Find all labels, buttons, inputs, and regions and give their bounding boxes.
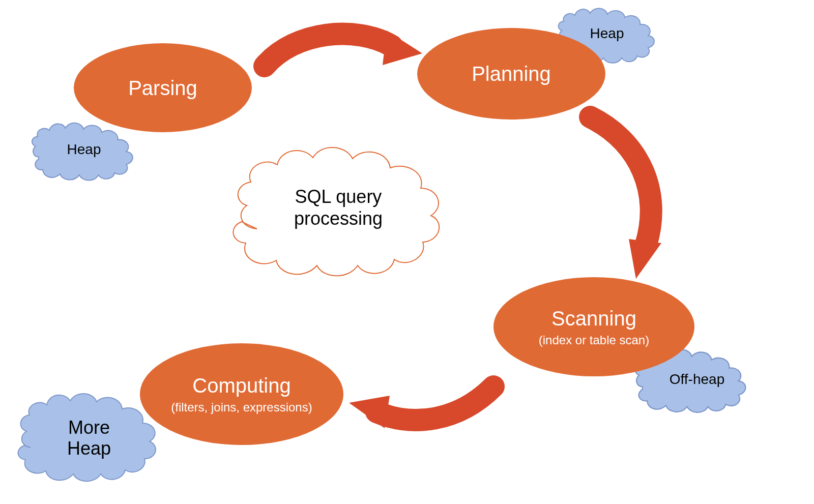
arrow-scanning-to-computing — [349, 387, 493, 428]
stage-scanning-sub: (index or table scan) — [539, 333, 649, 347]
cloud-computing-heap — [18, 394, 156, 481]
stage-scanning-title: Scanning — [551, 307, 636, 330]
svg-marker-1 — [629, 239, 661, 279]
label-computing-heap: More Heap — [46, 417, 132, 459]
stage-computing-title: Computing — [192, 374, 290, 397]
label-planning-heap: Heap — [579, 25, 635, 42]
svg-marker-0 — [383, 31, 422, 65]
cloud-parsing-heap — [32, 123, 133, 181]
arrow-planning-to-scanning — [590, 117, 661, 279]
label-center: SQL query processing — [285, 186, 392, 229]
stage-planning: Planning — [417, 28, 605, 120]
cloud-center — [233, 147, 439, 276]
diagram-stage: Parsing Planning Scanning (index or tabl… — [0, 0, 814, 504]
label-parsing-heap: Heap — [56, 141, 112, 158]
stage-planning-title: Planning — [472, 62, 551, 85]
svg-marker-2 — [349, 396, 390, 428]
label-center-l2: processing — [294, 208, 383, 229]
label-computing-heap-l2: Heap — [67, 438, 111, 459]
label-center-l1: SQL query — [295, 186, 382, 207]
stage-computing: Computing (filters, joins, expressions) — [140, 343, 343, 445]
label-computing-heap-l1: More — [68, 417, 110, 438]
stage-parsing: Parsing — [74, 43, 252, 132]
stage-computing-sub: (filters, joins, expressions) — [171, 400, 312, 414]
label-scanning-heap: Off-heap — [661, 371, 733, 388]
stage-scanning: Scanning (index or table scan) — [493, 277, 694, 376]
arrow-parsing-to-planning — [265, 31, 422, 66]
stage-parsing-title: Parsing — [128, 76, 197, 100]
